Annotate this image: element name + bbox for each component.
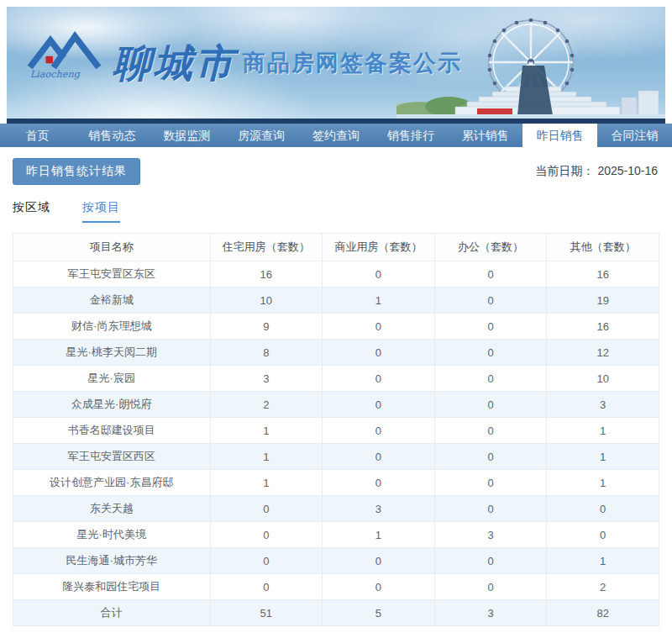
- nav-item-7[interactable]: 昨日销售: [522, 124, 597, 147]
- table-cell: 军王屯安置区西区: [13, 444, 211, 470]
- table-total-row: 合计515382: [13, 600, 659, 626]
- table-cell: 0: [434, 340, 547, 366]
- table-cell: 星光·宸园: [13, 366, 211, 392]
- table-cell: 1: [547, 548, 659, 574]
- table-cell: 16: [210, 261, 323, 287]
- table-cell: 0: [323, 392, 435, 418]
- table-cell: 0: [323, 574, 435, 600]
- table-cell: 0: [323, 548, 435, 574]
- table-cell: 2: [210, 392, 323, 418]
- table-cell: 1: [210, 418, 323, 444]
- nav-item-4[interactable]: 签约查询: [299, 124, 374, 147]
- table-header-row: 项目名称住宅用房（套数）商业用房（套数）办公（套数）其他（套数）: [13, 234, 659, 261]
- table-cell: 0: [323, 314, 435, 340]
- table-cell: 1: [323, 522, 435, 548]
- current-date: 当前日期： 2025-10-16: [535, 164, 659, 179]
- current-date-value: 2025-10-16: [597, 164, 658, 177]
- table-cell: 0: [210, 522, 323, 548]
- table-cell: 3: [323, 496, 435, 522]
- table-cell: 51: [210, 600, 323, 626]
- table-cell: 10: [547, 366, 659, 392]
- current-date-label: 当前日期：: [535, 164, 594, 177]
- table-cell: 星光·时代美境: [13, 522, 211, 548]
- table-cell: 财信·尚东理想城: [13, 314, 211, 340]
- table-cell: 2: [547, 574, 659, 600]
- toolbar: 昨日销售统计结果 当前日期： 2025-10-16: [13, 158, 659, 185]
- table-cell: 0: [434, 314, 547, 340]
- table-cell: 0: [210, 496, 323, 522]
- nav-item-8[interactable]: 合同注销: [597, 124, 672, 147]
- table-cell: 16: [547, 261, 659, 287]
- table-row: 金裕新城101019: [13, 287, 659, 314]
- table-cell: 1: [547, 470, 659, 496]
- table-cell: 0: [547, 522, 659, 548]
- table-cell: 星光·桃李天阅二期: [13, 340, 211, 366]
- column-header: 办公（套数）: [434, 234, 547, 261]
- table-cell: 金裕新城: [13, 287, 211, 314]
- table-cell: 82: [547, 600, 659, 626]
- table-cell: 0: [434, 261, 547, 287]
- nav-item-5[interactable]: 销售排行: [373, 124, 448, 147]
- table-cell: 0: [323, 418, 435, 444]
- view-tab-1[interactable]: 按项目: [82, 200, 120, 223]
- table-cell: 隆兴泰和园住宅项目: [13, 574, 211, 600]
- table-row: 军王屯安置区东区160016: [13, 261, 659, 287]
- nav-item-2[interactable]: 数据监测: [150, 124, 224, 147]
- table-cell: 0: [547, 496, 659, 522]
- nav-item-0[interactable]: 首页: [0, 124, 75, 147]
- table-cell: 0: [323, 444, 435, 470]
- table-row: 财信·尚东理想城90016: [13, 314, 659, 340]
- table-cell: 3: [434, 522, 547, 548]
- yesterday-sales-result-button[interactable]: 昨日销售统计结果: [13, 158, 140, 185]
- nav-item-1[interactable]: 销售动态: [75, 124, 150, 147]
- table-cell: 12: [547, 340, 659, 366]
- main-content: 昨日销售统计结果 当前日期： 2025-10-16 按区域按项目 项目名称住宅用…: [0, 158, 672, 626]
- view-tab-0[interactable]: 按区域: [13, 200, 50, 223]
- table-row: 书香名邸建设项目1001: [13, 418, 659, 444]
- table-cell: 0: [434, 470, 547, 496]
- liaocheng-logo-icon: Liaocheng: [25, 27, 104, 82]
- table-row: 军王屯安置区西区1001: [13, 444, 659, 470]
- column-header: 其他（套数）: [547, 234, 659, 261]
- table-row: 东关天越0300: [13, 496, 659, 522]
- table-cell: 0: [323, 340, 435, 366]
- table-row: 众成星光·朗悦府2003: [13, 392, 659, 418]
- table-cell: 0: [210, 574, 323, 600]
- view-tabs: 按区域按项目: [13, 200, 659, 223]
- nav-item-3[interactable]: 房源查询: [224, 124, 299, 147]
- table-cell: 0: [210, 548, 323, 574]
- table-row: 星光·桃李天阅二期80012: [13, 340, 659, 366]
- table-cell: 1: [547, 444, 659, 470]
- column-header: 商业用房（套数）: [323, 234, 435, 261]
- table-row: 隆兴泰和园住宅项目0002: [13, 574, 659, 600]
- nav-item-6[interactable]: 累计销售: [448, 124, 522, 147]
- table-cell: 东关天越: [13, 496, 211, 522]
- table-cell: 8: [210, 340, 323, 366]
- table-cell: 1: [210, 470, 323, 496]
- column-header: 住宅用房（套数）: [210, 234, 323, 261]
- table-row: 星光·时代美境0130: [13, 522, 659, 548]
- banner-title-city: 聊城市: [113, 44, 236, 82]
- table-cell: 民生海通·城市芳华: [13, 548, 211, 574]
- logo-script-text: Liaocheng: [30, 69, 81, 80]
- table-cell: 0: [434, 444, 547, 470]
- table-cell: 9: [210, 314, 323, 340]
- table-cell: 0: [434, 418, 547, 444]
- table-cell: 0: [323, 470, 435, 496]
- table-cell: 合计: [13, 600, 211, 626]
- table-cell: 0: [434, 392, 547, 418]
- table-row: 民生海通·城市芳华0001: [13, 548, 659, 574]
- banner-title-main: 商品房网签备案公示: [243, 48, 462, 78]
- table-cell: 军王屯安置区东区: [13, 261, 211, 287]
- column-header: 项目名称: [13, 234, 211, 261]
- table-cell: 5: [323, 600, 435, 626]
- nav-bar: 首页销售动态数据监测房源查询签约查询销售排行累计销售昨日销售合同注销: [0, 124, 672, 147]
- brand-block: Liaocheng 聊城市 商品房网签备案公示: [25, 27, 462, 82]
- table-cell: 设计创意产业园·东昌府邸: [13, 470, 211, 496]
- table-cell: 0: [323, 261, 435, 287]
- table-cell: 3: [547, 392, 659, 418]
- table-cell: 0: [434, 548, 547, 574]
- table-cell: 0: [323, 366, 435, 392]
- header-banner: Liaocheng 聊城市 商品房网签备案公示: [7, 7, 665, 124]
- table-cell: 16: [547, 314, 659, 340]
